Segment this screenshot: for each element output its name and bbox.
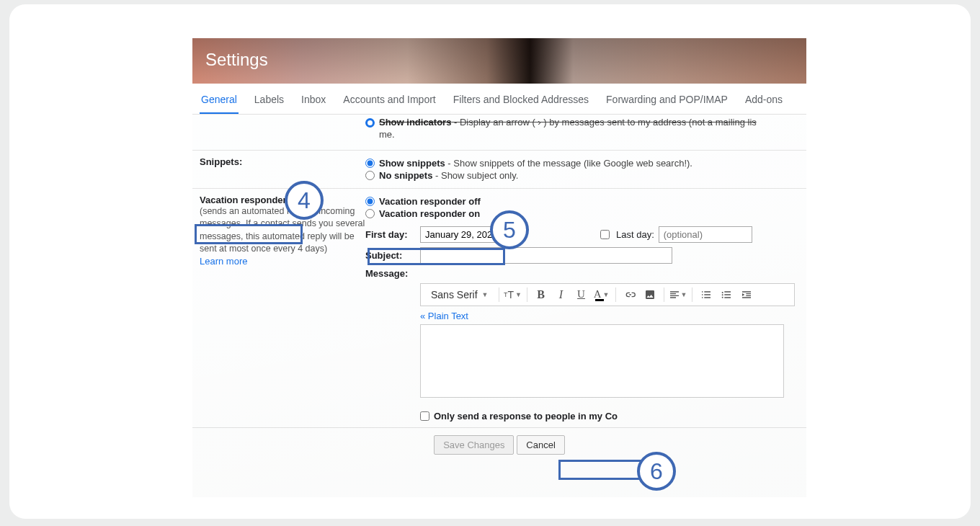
snippets-label: Snippets: bbox=[200, 156, 242, 167]
link-icon[interactable] bbox=[620, 286, 639, 303]
contacts-only-checkbox[interactable] bbox=[420, 411, 429, 421]
bullet-list-icon[interactable] bbox=[717, 286, 736, 303]
screenshot-card: Settings General Labels Inbox Accounts a… bbox=[9, 4, 971, 519]
snippets-show-option[interactable]: Show snippets - Show snippets of the mes… bbox=[365, 158, 799, 169]
plain-text-link[interactable]: « Plain Text bbox=[420, 311, 468, 321]
step-badge-4: 4 bbox=[285, 181, 324, 220]
vacation-label: Vacation responder: bbox=[200, 195, 290, 205]
rte-toolbar: Sans Serif ▼ TT▼ B I U A▼ bbox=[420, 283, 795, 306]
chevron-down-icon: ▼ bbox=[602, 291, 609, 298]
vacation-on-option[interactable]: Vacation responder on bbox=[365, 208, 799, 219]
tab-general[interactable]: General bbox=[200, 91, 239, 115]
snippets-none-radio[interactable] bbox=[365, 171, 375, 180]
italic-icon[interactable]: I bbox=[552, 286, 571, 303]
tab-addons[interactable]: Add-ons bbox=[744, 91, 784, 114]
footer-buttons: Save Changes Cancel bbox=[192, 427, 806, 469]
snippets-show-radio[interactable] bbox=[365, 159, 375, 168]
numbered-list-icon[interactable] bbox=[697, 286, 716, 303]
indicators-option[interactable]: Show indicators - Display an arrow ( › )… bbox=[365, 117, 799, 141]
last-day-input[interactable] bbox=[659, 226, 752, 243]
subject-label: Subject: bbox=[365, 250, 414, 261]
contacts-only-row[interactable]: Only send a response to people in my Co bbox=[420, 411, 799, 422]
text-color-icon[interactable]: A▼ bbox=[592, 286, 611, 303]
first-day-label: First day: bbox=[365, 229, 414, 240]
settings-content: Show indicators - Display an arrow ( › )… bbox=[192, 115, 806, 497]
settings-header: Settings bbox=[192, 38, 806, 84]
cancel-button[interactable]: Cancel bbox=[517, 435, 564, 455]
tab-forwarding[interactable]: Forwarding and POP/IMAP bbox=[605, 91, 729, 114]
vacation-sub: (sends an automated reply to incoming me… bbox=[200, 206, 365, 254]
gmail-settings-app: Settings General Labels Inbox Accounts a… bbox=[192, 38, 806, 497]
indicators-row: Show indicators - Display an arrow ( › )… bbox=[192, 115, 806, 151]
indent-icon[interactable] bbox=[737, 286, 756, 303]
chevron-down-icon: ▼ bbox=[681, 291, 687, 298]
align-icon[interactable]: ▼ bbox=[669, 286, 687, 303]
message-label: Message: bbox=[365, 268, 414, 279]
message-editor[interactable] bbox=[420, 324, 784, 398]
bold-icon[interactable]: B bbox=[532, 286, 551, 303]
tab-labels[interactable]: Labels bbox=[253, 91, 285, 114]
last-day-label: Last day: bbox=[616, 229, 654, 240]
page-title: Settings bbox=[192, 38, 806, 70]
last-day-checkbox[interactable] bbox=[600, 230, 610, 239]
indicators-desc2: me. bbox=[379, 129, 395, 140]
tab-filters[interactable]: Filters and Blocked Addresses bbox=[452, 91, 590, 114]
snippets-none-option[interactable]: No snippets - Show subject only. bbox=[365, 170, 799, 181]
vacation-learn-more-link[interactable]: Learn more bbox=[200, 256, 247, 267]
vacation-off-option[interactable]: Vacation responder off bbox=[365, 196, 799, 207]
radio-icon bbox=[365, 118, 375, 128]
tab-accounts[interactable]: Accounts and Import bbox=[342, 91, 437, 114]
step-badge-6: 6 bbox=[637, 452, 676, 491]
chevron-down-icon: ▼ bbox=[482, 291, 489, 298]
font-size-icon[interactable]: TT▼ bbox=[504, 286, 522, 303]
step-badge-5: 5 bbox=[490, 210, 529, 249]
vacation-on-radio[interactable] bbox=[365, 209, 375, 218]
chevron-down-icon: ▼ bbox=[515, 291, 522, 298]
underline-icon[interactable]: U bbox=[572, 286, 591, 303]
save-changes-button[interactable]: Save Changes bbox=[434, 435, 514, 455]
font-selector[interactable]: Sans Serif ▼ bbox=[425, 289, 494, 300]
subject-input[interactable] bbox=[420, 247, 672, 264]
snippets-row: Snippets: Show snippets - Show snippets … bbox=[192, 151, 806, 189]
vacation-off-radio[interactable] bbox=[365, 197, 375, 206]
settings-tabs: General Labels Inbox Accounts and Import… bbox=[192, 84, 806, 115]
contacts-only-label: Only send a response to people in my Co bbox=[434, 411, 618, 422]
image-icon[interactable] bbox=[641, 286, 659, 303]
tab-inbox[interactable]: Inbox bbox=[300, 91, 327, 114]
indicators-desc1: - Display an arrow ( › ) by messages sen… bbox=[451, 117, 756, 128]
indicators-bold: Show indicators bbox=[379, 117, 451, 128]
